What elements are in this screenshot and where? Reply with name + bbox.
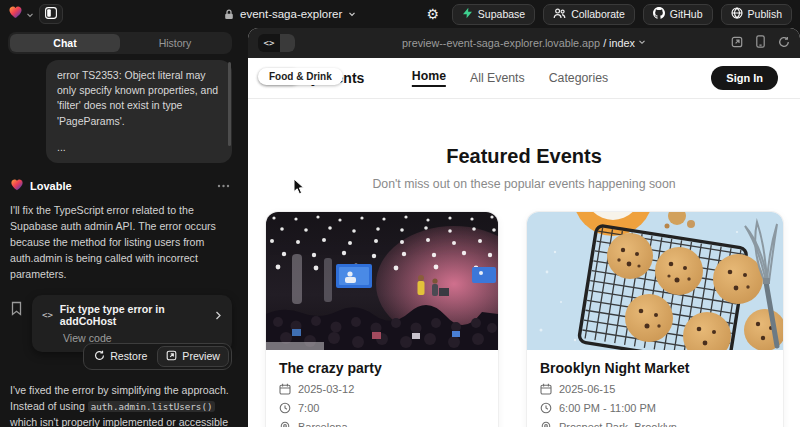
globe-icon — [731, 7, 743, 21]
site-nav: Home All Events Categories — [412, 69, 608, 87]
chevron-right-icon — [215, 306, 222, 324]
preview-button[interactable]: Preview — [157, 346, 229, 367]
event-date-row: 2025-06-15 — [540, 383, 770, 395]
user-message-ellipsis: ... — [57, 140, 221, 155]
more-options-icon[interactable] — [217, 184, 230, 188]
preview-browser-bar: <> preview--event-saga-explorer.lovable.… — [248, 28, 800, 58]
toggle-sidebar-button[interactable] — [39, 4, 63, 24]
chevron-down-icon — [348, 8, 356, 20]
collaborate-button[interactable]: Collaborate — [543, 4, 635, 25]
event-date-row: 2025-03-12 — [279, 383, 485, 395]
event-location-row: Prospect Park, Brooklyn — [540, 421, 770, 427]
url-host: preview--event-saga-explorer.lovable.app — [402, 37, 600, 49]
publish-button[interactable]: Publish — [721, 4, 792, 25]
code-icon: <> — [42, 310, 53, 320]
event-time-row: 7:00 — [279, 402, 485, 414]
github-button[interactable]: GitHub — [643, 4, 713, 25]
event-photo-conference — [266, 212, 498, 350]
project-name: event-saga-explorer — [240, 8, 342, 20]
sidebar-panel-icon — [45, 5, 57, 23]
clock-icon — [540, 402, 552, 414]
map-pin-icon — [279, 421, 291, 427]
event-title: Brooklyn Night Market — [540, 360, 770, 376]
lock-icon — [224, 9, 234, 20]
assistant-name: Lovable — [30, 180, 72, 192]
chat-history-tabs: Chat History — [8, 32, 232, 54]
view-code-link[interactable]: View code — [63, 332, 222, 344]
tab-chat[interactable]: Chat — [10, 34, 120, 52]
event-card[interactable]: Food & Drink Brooklyn Night Market 2025-… — [527, 212, 783, 427]
user-message-text: error TS2353: Object literal may only sp… — [57, 68, 221, 129]
code-icon: <> — [258, 34, 280, 52]
event-title: The crazy party — [279, 360, 485, 376]
restore-button[interactable]: Restore — [86, 347, 155, 366]
map-pin-icon — [540, 421, 552, 427]
lovable-logo-menu[interactable] — [8, 5, 34, 23]
lovable-heart-icon — [8, 5, 23, 23]
sign-in-button[interactable]: Sign In — [711, 66, 778, 90]
nav-home[interactable]: Home — [412, 69, 446, 87]
user-message-bubble: error TS2353: Object literal may only sp… — [46, 60, 232, 163]
url-path: / index — [603, 37, 635, 49]
event-location-row: Barcelona — [279, 421, 485, 427]
inline-code: auth.admin.listUsers() — [88, 401, 216, 412]
external-link-icon — [166, 350, 177, 363]
chevron-down-icon — [26, 5, 34, 23]
hero-subtitle: Don't miss out on these popular events h… — [248, 177, 800, 191]
open-in-new-tab-icon[interactable] — [731, 34, 743, 52]
lovable-heart-icon — [10, 177, 24, 195]
hero-section: Featured Events Don't miss out on these … — [248, 145, 800, 191]
preview-view-segment[interactable] — [280, 34, 295, 52]
chat-sidebar: Chat History error TS2353: Object litera… — [0, 28, 240, 427]
refresh-icon[interactable] — [778, 34, 790, 52]
site-viewport: CityEvents Home All Events Categories Si… — [248, 58, 800, 427]
tab-history[interactable]: History — [120, 34, 230, 52]
chevron-down-icon — [638, 38, 646, 46]
nav-categories[interactable]: Categories — [549, 71, 608, 85]
assistant-intro-text: I'll fix the TypeScript error related to… — [8, 203, 232, 282]
event-time-row: 6:00 PM - 11:00 PM — [540, 402, 770, 414]
code-edit-title: Fix type type error in addCoHost — [60, 303, 208, 327]
chat-scrollbar[interactable] — [228, 62, 231, 146]
mouse-cursor — [293, 178, 305, 199]
mobile-view-icon[interactable] — [756, 34, 765, 52]
event-photo-cookies — [527, 212, 783, 350]
bookmark-icon[interactable] — [10, 301, 23, 320]
settings-gear-icon[interactable]: ⚙ — [422, 3, 444, 25]
hero-title: Featured Events — [248, 145, 800, 168]
calendar-icon — [279, 383, 291, 395]
nav-all-events[interactable]: All Events — [470, 71, 525, 85]
clock-icon — [279, 402, 291, 414]
preview-url[interactable]: preview--event-saga-explorer.lovable.app… — [248, 37, 800, 49]
github-icon — [653, 7, 665, 21]
top-bar: event-saga-explorer ⚙ Supabase Collabora… — [0, 0, 800, 28]
users-icon — [553, 8, 566, 21]
assistant-result-text: I've fixed the error by simplifying the … — [8, 382, 232, 427]
assistant-message-header: Lovable — [8, 177, 232, 195]
supabase-bolt-icon — [462, 7, 473, 21]
code-view-toggle[interactable]: <> — [258, 34, 295, 52]
event-cards-row: Arts The crazy party 2025-03-12 7:00 Bar… — [248, 212, 800, 427]
event-card[interactable]: Arts The crazy party 2025-03-12 7:00 Bar… — [266, 212, 498, 427]
restore-icon — [94, 350, 105, 363]
preview-panel: <> preview--event-saga-explorer.lovable.… — [248, 28, 800, 427]
calendar-icon — [540, 383, 552, 395]
restore-preview-toolbar: Restore Preview — [83, 343, 232, 370]
supabase-button[interactable]: Supabase — [452, 4, 535, 25]
project-title-menu[interactable]: event-saga-explorer — [224, 0, 356, 28]
